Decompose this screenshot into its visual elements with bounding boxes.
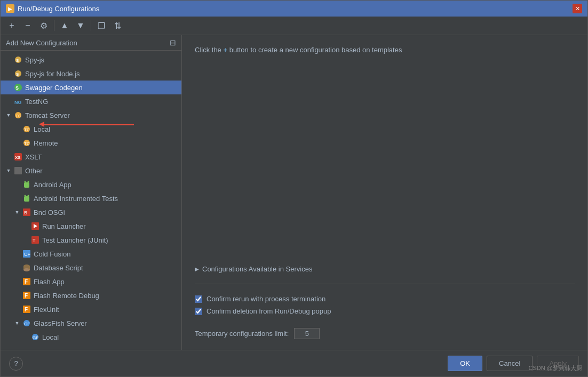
no-toggle	[13, 278, 21, 285]
tree-item-xslt[interactable]: XS XSLT	[1, 150, 181, 164]
help-button[interactable]: ?	[9, 357, 23, 371]
svg-text:F: F	[25, 307, 28, 312]
tree-item-flex-unit[interactable]: F FlexUnit	[1, 302, 181, 316]
svg-text:T: T	[33, 238, 36, 243]
tree-item-glassfish-local[interactable]: GF Local	[1, 330, 181, 344]
tree-item-label: Swagger Codegen	[25, 84, 83, 92]
tomcat-remote-icon: TC	[22, 138, 31, 148]
svg-text:S: S	[15, 85, 19, 91]
temp-config-input[interactable]: 5	[294, 328, 320, 339]
no-toggle	[13, 181, 21, 188]
no-toggle	[5, 70, 12, 77]
bnd-icon: B	[22, 207, 31, 217]
tree-item-spy-js-node[interactable]: S Spy-js for Node.js	[1, 67, 181, 81]
move-down-button[interactable]: ▼	[74, 19, 88, 33]
panel-pin-button[interactable]: ⊟	[170, 38, 176, 47]
tree-item-label: Remote	[34, 139, 58, 147]
svg-text:XS: XS	[15, 155, 21, 160]
tree-item-android-app[interactable]: Android App	[1, 178, 181, 191]
flex-unit-icon: F	[22, 304, 31, 314]
other-icon	[13, 166, 23, 175]
tomcat-local-icon: TC	[22, 124, 31, 134]
no-toggle	[13, 139, 21, 147]
add-config-button[interactable]: +	[5, 19, 19, 33]
tree-item-label: Flash Remote Debug	[34, 292, 99, 300]
svg-text:GF: GF	[24, 322, 30, 326]
tree-item-glassfish-server[interactable]: ▼ GF GlassFish Server	[1, 316, 181, 330]
temp-config-label: Temporary configurations limit:	[195, 330, 289, 338]
cold-fusion-icon: CF	[22, 249, 31, 259]
no-toggle	[22, 222, 29, 230]
other-toggle[interactable]: ▼	[5, 167, 12, 174]
tree-item-testng[interactable]: NG TestNG	[1, 94, 181, 108]
tree-item-label: Cold Fusion	[34, 250, 70, 258]
config-tree[interactable]: S Spy-js S Spy-js for Node.js	[1, 51, 181, 350]
svg-text:NG: NG	[14, 100, 22, 105]
flash-app-icon: F	[22, 277, 31, 286]
svg-text:S: S	[16, 72, 19, 77]
svg-text:F: F	[25, 293, 28, 299]
settings-button[interactable]: ⚙	[37, 19, 51, 33]
apply-button[interactable]: Apply	[537, 356, 579, 371]
tree-item-label: XSLT	[25, 153, 42, 161]
svg-point-22	[28, 195, 29, 197]
no-toggle	[5, 153, 12, 161]
ok-button[interactable]: OK	[448, 356, 482, 371]
tomcat-toggle[interactable]: ▼	[5, 111, 12, 119]
tree-item-tomcat-remote[interactable]: TC Remote	[1, 136, 181, 150]
tree-item-test-launcher[interactable]: T Test Launcher (JUnit)	[1, 233, 181, 247]
cancel-button[interactable]: Cancel	[487, 356, 533, 371]
divider	[195, 284, 575, 284]
bottom-left: ?	[9, 357, 23, 371]
spy-js-node-icon: S	[13, 69, 23, 78]
tree-item-spy-js[interactable]: S Spy-js	[1, 53, 181, 67]
sort-button[interactable]: ⇅	[110, 19, 124, 33]
copy-button[interactable]: ❐	[94, 19, 108, 33]
tree-item-label: Spy-js for Node.js	[25, 70, 80, 78]
glassfish-toggle[interactable]: ▼	[13, 319, 21, 327]
tree-item-database-script[interactable]: Database Script	[1, 261, 181, 275]
tree-item-android-tests[interactable]: Android Instrumented Tests	[1, 191, 181, 205]
svg-point-21	[25, 195, 26, 197]
tree-item-cold-fusion[interactable]: CF Cold Fusion	[1, 247, 181, 261]
right-panel: Click the + button to create a new confi…	[182, 35, 587, 350]
tree-item-run-launcher[interactable]: Run Launcher	[1, 219, 181, 233]
bottom-bar: ? OK Cancel Apply	[1, 350, 587, 376]
close-button[interactable]: ✕	[573, 4, 582, 13]
no-toggle	[13, 292, 21, 299]
help-text: Click the + button to create a new confi…	[195, 46, 575, 54]
tree-item-flash-remote-debug[interactable]: F Flash Remote Debug	[1, 288, 181, 302]
panel-header-label: Add New Configuration	[6, 39, 77, 47]
tree-item-tomcat-local[interactable]: TC Local	[1, 122, 181, 136]
confirm-deletion-checkbox[interactable]	[195, 308, 202, 315]
svg-text:TC: TC	[24, 127, 30, 132]
main-content: Add New Configuration ⊟ S Spy-js	[1, 35, 587, 350]
tree-item-swagger-codegen[interactable]: S Swagger Codegen	[1, 81, 181, 94]
svg-text:TC: TC	[15, 114, 21, 118]
toolbar-separator	[54, 20, 54, 31]
svg-text:F: F	[25, 279, 28, 285]
svg-text:S: S	[16, 58, 19, 63]
flash-remote-debug-icon: F	[22, 291, 31, 300]
no-toggle	[22, 333, 29, 341]
move-up-button[interactable]: ▲	[58, 19, 71, 33]
svg-rect-16	[14, 167, 22, 174]
tree-item-flash-app[interactable]: F Flash App	[1, 275, 181, 288]
tree-item-bnd-osgi[interactable]: ▼ B Bnd OSGi	[1, 205, 181, 219]
tree-item-other[interactable]: ▼ Other	[1, 164, 181, 178]
tree-item-label: Android App	[34, 181, 71, 189]
configs-section-label: Configurations Available in Services	[202, 265, 312, 273]
no-toggle	[13, 195, 21, 202]
tree-item-label: Local	[34, 125, 50, 133]
confirm-rerun-checkbox[interactable]	[195, 295, 202, 303]
tree-item-tomcat-server[interactable]: ▼ TC Tomcat Server	[1, 108, 181, 122]
confirm-rerun-label: Confirm rerun with process termination	[206, 295, 325, 303]
bnd-toggle[interactable]: ▼	[13, 208, 21, 216]
run-launcher-icon	[30, 221, 40, 231]
configs-available-header[interactable]: ▶ Configurations Available in Services	[195, 265, 575, 273]
svg-rect-17	[24, 182, 29, 188]
remove-config-button[interactable]: −	[21, 19, 35, 33]
confirm-deletion-label: Confirm deletion from Run/Debug popup	[206, 307, 331, 315]
tree-item-label: Test Launcher (JUnit)	[42, 236, 108, 244]
testng-icon: NG	[13, 97, 23, 106]
